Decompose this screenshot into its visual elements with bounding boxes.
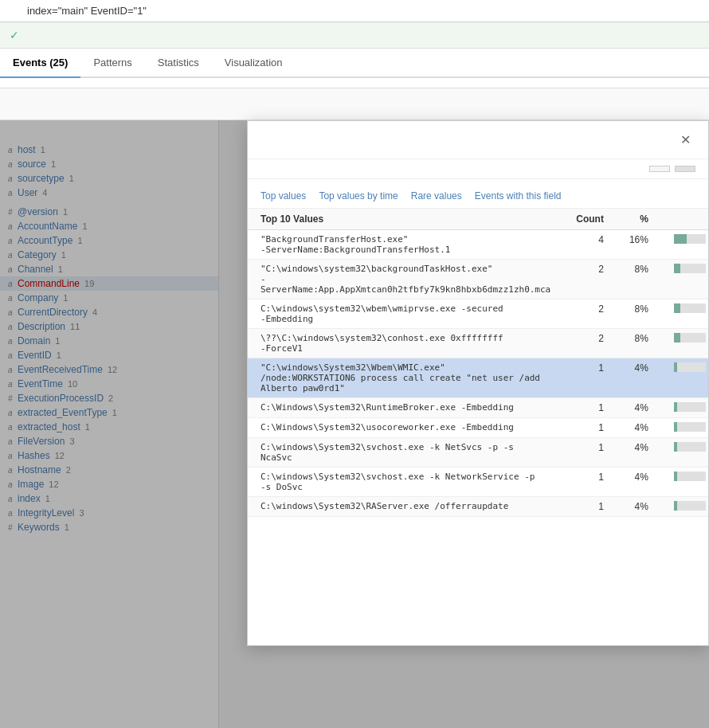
cell-pct: 4% (617, 468, 661, 497)
values-table-section: Top 10 Values Count % "BackgroundTransfe… (248, 209, 708, 645)
tabs-bar: Events (25) Patterns Statistics Visualiz… (0, 49, 709, 78)
report-events-with-field[interactable]: Events with this field (475, 190, 562, 202)
cell-bar (661, 260, 708, 299)
cell-count: 1 (563, 418, 617, 438)
cell-value: C:\windows\System32\svchost.exe -k Netwo… (248, 468, 563, 497)
modal-subtitle (248, 159, 708, 179)
bar-container (674, 234, 706, 244)
reports-section: Top values Top values by time Rare value… (248, 179, 708, 209)
table-row[interactable]: C:\Windows\System32\RuntimeBroker.exe -E… (248, 398, 708, 418)
table-row[interactable]: C:\windows\System32\RAServer.exe /offerr… (248, 497, 708, 517)
cell-bar (661, 398, 708, 418)
cell-value: \??\C:\windows\system32\conhost.exe 0xff… (248, 329, 563, 358)
values-table: Top 10 Values Count % "BackgroundTransfe… (248, 209, 708, 517)
table-row[interactable]: C:\Windows\System32\usocoreworker.exe -E… (248, 418, 708, 438)
bar-container (674, 264, 706, 273)
cell-bar (661, 418, 708, 438)
cell-value: "C:\windows\system32\backgroundTaskHost.… (248, 260, 563, 299)
cell-value: C:\windows\System32\svchost.exe -k NetSv… (248, 438, 563, 468)
table-row[interactable]: C:\windows\System32\svchost.exe -k NetSv… (248, 438, 708, 468)
col-header-count: Count (563, 209, 617, 230)
cell-pct: 4% (617, 418, 661, 438)
bar-container (674, 362, 706, 372)
cell-bar (661, 299, 708, 329)
col-header-bar (661, 209, 708, 230)
cell-pct: 8% (617, 299, 661, 329)
cell-count: 2 (563, 299, 617, 329)
toolbar (0, 78, 709, 88)
cell-value: "C:\windows\System32\Wbem\WMIC.exe" /nod… (248, 358, 563, 398)
check-icon: ✓ (10, 29, 19, 41)
tab-visualization[interactable]: Visualization (212, 49, 296, 78)
table-row[interactable]: \??\C:\windows\system32\conhost.exe 0xff… (248, 329, 708, 358)
report-top-values-by-time[interactable]: Top values by time (319, 190, 398, 202)
table-row[interactable]: "C:\windows\system32\backgroundTaskHost.… (248, 260, 708, 299)
selected-buttons (644, 166, 695, 172)
table-row[interactable]: "BackgroundTransferHost.exe" -ServerName… (248, 230, 708, 260)
bar-container (674, 422, 706, 432)
modal-close-button[interactable]: ✕ (676, 131, 695, 149)
report-rare-values[interactable]: Rare values (411, 190, 462, 202)
reports-links: Top values Top values by time Rare value… (260, 190, 695, 202)
event-summary: ✓ (0, 22, 709, 49)
table-row[interactable]: C:\windows\system32\wbem\wmiprvse.exe -s… (248, 299, 708, 329)
cell-value: "BackgroundTransferHost.exe" -ServerName… (248, 230, 563, 260)
bar-fill (674, 422, 677, 432)
cell-value: C:\Windows\System32\usocoreworker.exe -E… (248, 418, 563, 438)
cell-bar (661, 438, 708, 468)
col-header-pct: % (617, 209, 661, 230)
tab-patterns[interactable]: Patterns (80, 49, 144, 78)
bar-container (674, 442, 706, 452)
search-input[interactable] (27, 5, 701, 17)
cell-count: 1 (563, 398, 617, 418)
search-bar (0, 0, 709, 22)
report-top-values[interactable]: Top values (260, 190, 306, 202)
bar-fill (674, 362, 677, 372)
cell-value: C:\windows\system32\wbem\wmiprvse.exe -s… (248, 299, 563, 329)
bar-container (674, 402, 706, 412)
cell-count: 2 (563, 329, 617, 358)
modal-overlay: ✕ Top values Top values by time Rare val… (0, 120, 709, 728)
cell-bar (661, 358, 708, 398)
timeline-area (0, 88, 709, 120)
bar-fill (674, 234, 687, 244)
bar-fill (674, 402, 677, 412)
cell-pct: 4% (617, 438, 661, 468)
cell-pct: 4% (617, 497, 661, 517)
cell-bar (661, 468, 708, 497)
tab-statistics[interactable]: Statistics (145, 49, 212, 78)
col-header-value: Top 10 Values (248, 209, 563, 230)
table-header-row: Top 10 Values Count % (248, 209, 708, 230)
main-content: a host 1 a source 1 a sourcetype 1 a Use… (0, 120, 709, 728)
cell-pct: 8% (617, 329, 661, 358)
cell-count: 4 (563, 230, 617, 260)
cell-count: 1 (563, 468, 617, 497)
tab-events[interactable]: Events (25) (0, 49, 80, 78)
cell-count: 1 (563, 358, 617, 398)
selected-yes-button[interactable] (649, 166, 670, 172)
cell-pct: 4% (617, 398, 661, 418)
cell-value: C:\windows\System32\RAServer.exe /offerr… (248, 497, 563, 517)
cell-bar (661, 329, 708, 358)
bar-fill (674, 303, 680, 313)
bar-fill (674, 333, 680, 342)
selected-no-button[interactable] (675, 166, 695, 172)
table-row[interactable]: C:\windows\System32\svchost.exe -k Netwo… (248, 468, 708, 497)
commandline-modal: ✕ Top values Top values by time Rare val… (247, 120, 709, 646)
bar-container (674, 303, 706, 313)
bar-fill (674, 264, 680, 273)
bar-fill (674, 501, 677, 511)
bar-fill (674, 472, 677, 481)
cell-pct: 4% (617, 358, 661, 398)
cell-count: 2 (563, 260, 617, 299)
modal-header: ✕ (248, 121, 708, 159)
cell-pct: 16% (617, 230, 661, 260)
bar-container (674, 472, 706, 481)
bar-container (674, 333, 706, 342)
cell-bar (661, 230, 708, 260)
cell-count: 1 (563, 438, 617, 468)
cell-count: 1 (563, 497, 617, 517)
cell-value: C:\Windows\System32\RuntimeBroker.exe -E… (248, 398, 563, 418)
table-row[interactable]: "C:\windows\System32\Wbem\WMIC.exe" /nod… (248, 358, 708, 398)
cell-bar (661, 497, 708, 517)
